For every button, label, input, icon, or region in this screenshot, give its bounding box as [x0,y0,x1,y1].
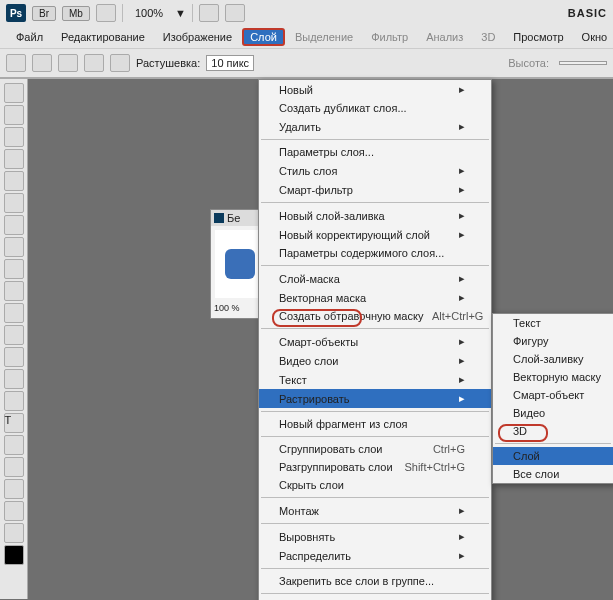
menu-image[interactable]: Изображение [155,28,240,46]
eyedrop-tool-icon[interactable] [4,193,24,213]
stamp-tool-icon[interactable] [4,259,24,279]
sel-int-icon[interactable] [110,54,130,72]
menu-edit[interactable]: Редактирование [53,28,153,46]
options-bar: Растушевка: 10 пикс Высота: [0,48,613,78]
height-label: Высота: [508,57,549,69]
app-header: Ps Br Mb 100% ▼ BASIC Файл Редактировани… [0,0,613,79]
history-tool-icon[interactable] [4,281,24,301]
menu-bar: Файл Редактирование Изображение Слой Выд… [0,26,613,48]
fg-color-icon[interactable] [4,545,24,565]
wand-tool-icon[interactable] [4,149,24,169]
menu-item[interactable]: Слой [493,447,613,465]
crop-tool-icon[interactable] [4,171,24,191]
menu-item[interactable]: Смарт-объекты▸ [259,332,491,351]
menu-item[interactable]: Новый фрагмент из слоя [259,415,491,433]
menu-item: Выровнять▸ [259,527,491,546]
menu-item[interactable]: Создать дубликат слоя... [259,99,491,117]
path-tool-icon[interactable] [4,435,24,455]
menu-window[interactable]: Окно [574,28,613,46]
menu-item[interactable]: Видео слои▸ [259,351,491,370]
menu-item[interactable]: Скрыть слои [259,476,491,494]
layer-thumb-icon [225,249,255,279]
tools-panel: T [0,79,28,599]
menu-item: Разгруппировать слоиShift+Ctrl+G [259,458,491,476]
zoom-level[interactable]: 100% [129,7,169,19]
menu-item: Параметры содержимого слоя... [259,244,491,262]
menu-item[interactable]: Создать обтравочную маскуAlt+Ctrl+G [259,307,491,325]
menu-item: Фигуру [493,332,613,350]
menu-item[interactable]: Смарт-объект [493,386,613,404]
workspace: T Бе 100 % Новый▸Создать дубликат слоя..… [0,79,613,599]
sel-add-icon[interactable] [58,54,78,72]
menu-item[interactable]: Растрировать▸ [259,389,491,408]
menu-item: 3D [493,422,613,440]
heal-tool-icon[interactable] [4,215,24,235]
pen-tool-icon[interactable] [4,391,24,411]
blur-tool-icon[interactable] [4,347,24,367]
menu-item[interactable]: Удалить▸ [259,117,491,136]
menu-view[interactable]: Просмотр [505,28,571,46]
photoshop-logo-icon[interactable]: Ps [6,4,26,22]
sel-sub-icon[interactable] [84,54,104,72]
menu-item: Текст [493,314,613,332]
marquee-tool-icon[interactable] [4,105,24,125]
menu-layer[interactable]: Слой [242,28,285,46]
tool-preset-icon[interactable] [6,54,26,72]
menu-item[interactable]: Векторная маска▸ [259,288,491,307]
height-input[interactable] [559,61,607,65]
menu-item: Слой-заливку [493,350,613,368]
feather-input[interactable]: 10 пикс [206,55,254,71]
type-tool-icon[interactable]: T [4,413,24,433]
top-toolbar: Ps Br Mb 100% ▼ BASIC [0,0,613,26]
sel-new-icon[interactable] [32,54,52,72]
gradient-tool-icon[interactable] [4,325,24,345]
move-tool-icon[interactable] [4,83,24,103]
menu-item: Смарт-фильтр▸ [259,180,491,199]
menu-item[interactable]: Новый▸ [259,80,491,99]
menu-item[interactable]: Сгруппировать слоиCtrl+G [259,440,491,458]
feather-label: Растушевка: [136,57,200,69]
menu-item: Видео [493,404,613,422]
menu-3d[interactable]: 3D [473,28,503,46]
menu-item[interactable]: Новый слой-заливка▸ [259,206,491,225]
view-icon[interactable] [96,4,116,22]
menu-analysis[interactable]: Анализ [418,28,471,46]
menu-select[interactable]: Выделение [287,28,361,46]
bridge-button[interactable]: Br [32,6,56,21]
arrange-icon[interactable] [199,4,219,22]
3d-tool-icon[interactable] [4,479,24,499]
menu-item: Распределить▸ [259,546,491,565]
brush-tool-icon[interactable] [4,237,24,257]
menu-item[interactable]: Параметры слоя... [259,143,491,161]
mb-button[interactable]: Mb [62,6,90,21]
menu-item: Текст▸ [259,370,491,389]
doc-title: Бе [227,212,240,224]
menu-file[interactable]: Файл [8,28,51,46]
menu-filter[interactable]: Фильтр [363,28,416,46]
layer-menu: Новый▸Создать дубликат слоя...Удалить▸Па… [258,79,492,600]
menu-item: Векторную маску [493,368,613,386]
menu-item: Закрепить все слои в группе... [259,572,491,590]
zoom-tool-icon[interactable] [4,523,24,543]
dodge-tool-icon[interactable] [4,369,24,389]
eraser-tool-icon[interactable] [4,303,24,323]
menu-item[interactable]: Стиль слоя▸ [259,161,491,180]
workspace-label[interactable]: BASIC [568,7,607,19]
doc-ps-icon [214,213,224,223]
rasterize-submenu: ТекстФигуруСлой-заливкуВекторную маскуСм… [492,313,613,484]
shape-tool-icon[interactable] [4,457,24,477]
screen-mode-icon[interactable] [225,4,245,22]
lasso-tool-icon[interactable] [4,127,24,147]
menu-item[interactable]: Новый корректирующий слой▸ [259,225,491,244]
menu-item[interactable]: Слой-маска▸ [259,269,491,288]
hand-tool-icon[interactable] [4,501,24,521]
menu-item[interactable]: Все слои [493,465,613,483]
menu-item[interactable]: Монтаж▸ [259,501,491,520]
